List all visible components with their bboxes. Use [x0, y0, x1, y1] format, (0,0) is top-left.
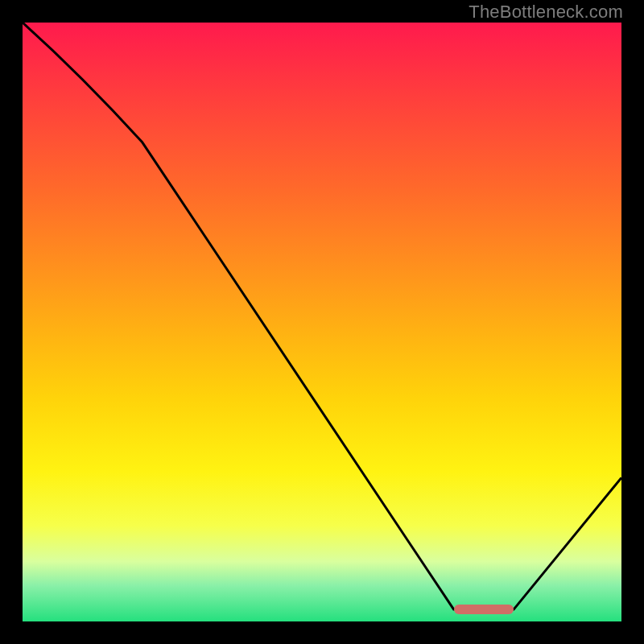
bottleneck-curve	[23, 23, 621, 621]
optimal-range-marker	[454, 605, 514, 614]
plot-area	[23, 23, 621, 621]
chart-frame: TheBottleneck.com	[0, 0, 644, 644]
attribution-text: TheBottleneck.com	[469, 2, 623, 23]
